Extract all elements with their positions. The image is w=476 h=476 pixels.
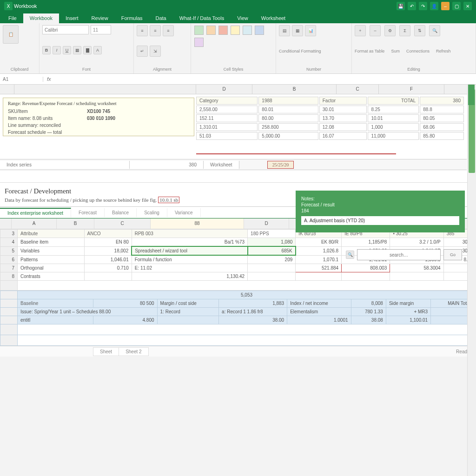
highlighted-value: 10.0.1 sb <box>158 197 179 203</box>
tab-worksheet[interactable]: Worksheet <box>255 13 292 23</box>
summary-table[interactable]: 5,053 Baseline 80 500 Margin / cost side… <box>0 291 476 346</box>
save-icon[interactable]: 💾 <box>397 2 405 10</box>
font-group-label: Font <box>42 67 131 72</box>
paste-icon[interactable]: 📋 <box>3 25 19 44</box>
search-go-button[interactable]: Go <box>443 249 462 260</box>
active-col-header[interactable]: 88 <box>151 218 244 229</box>
alignment-group-label: Alignment <box>137 67 188 72</box>
tool-label-3: Connections <box>406 49 430 53</box>
close-icon[interactable]: ✕ <box>463 2 472 10</box>
sect-tab-0[interactable]: Index enterprise worksheet <box>0 208 71 218</box>
red-outline-cell-2[interactable]: 808.003 <box>342 264 390 272</box>
find-icon[interactable]: 🔍 <box>429 25 440 36</box>
search-icon: 🔍 <box>346 251 354 259</box>
tab-view[interactable]: View <box>231 13 255 23</box>
redo-icon[interactable]: ↷ <box>419 2 427 10</box>
align-right-icon[interactable]: ≡ <box>163 25 174 36</box>
format-icon[interactable]: ⚙ <box>384 25 396 36</box>
align-left-icon[interactable]: ≡ <box>137 25 148 36</box>
title-bar: X Workbook 💾 ↶ ↷ 👤 – ▢ ✕ <box>0 0 476 12</box>
vertical-scrollbar[interactable] <box>467 85 476 476</box>
swatch-purple[interactable] <box>194 38 204 47</box>
tab-value[interactable]: 380 <box>130 161 204 169</box>
number-group-label: Number <box>279 67 349 72</box>
tool-label-1: Format as Table <box>355 49 384 53</box>
tool-label-4: Refresh <box>436 49 451 53</box>
font-color-icon[interactable]: A <box>93 46 102 54</box>
col-d[interactable]: D <box>196 85 252 94</box>
column-header-row: D B C F <box>0 85 476 94</box>
fx-icon[interactable]: fx <box>43 76 55 82</box>
cond-format-label: Conditional Formatting <box>279 49 321 53</box>
maximize-icon[interactable]: ▢ <box>452 2 461 10</box>
col-c[interactable]: C <box>337 85 379 94</box>
upper-data-table[interactable]: Category 1988 Factor TOTAL 380 2,558.008… <box>195 96 465 141</box>
tab-file[interactable]: File <box>2 13 23 23</box>
chart-icon[interactable]: 📊 <box>305 25 316 36</box>
ribbon-tab-strip: File Workbook Insert Review Formulas Dat… <box>0 12 476 23</box>
sheet-tab-2[interactable]: Sheet 2 <box>119 347 148 356</box>
highlighted-date-cell[interactable]: 25/25/20 <box>267 161 294 169</box>
upper-sheet-area[interactable]: D B C F Range: Revenue/Expense Forecast … <box>0 85 476 182</box>
align-center-icon[interactable]: ≡ <box>150 25 161 36</box>
selection-range-border <box>196 153 396 154</box>
cond-format-icon[interactable]: ▤ <box>279 25 290 36</box>
select-all-corner[interactable] <box>0 85 14 94</box>
tab-whatif[interactable]: What-If / Data Tools <box>173 13 231 23</box>
delete-cells-icon[interactable]: – <box>370 25 381 36</box>
tab-home[interactable]: Workbook <box>23 13 59 23</box>
search-input[interactable] <box>357 249 441 260</box>
insert-cells-icon[interactable]: + <box>355 25 366 36</box>
style-gallery[interactable] <box>194 25 273 47</box>
search-box: 🔍 Go <box>346 249 462 260</box>
fill-color-icon[interactable]: ▇ <box>83 46 92 54</box>
tab-review[interactable]: Review <box>85 13 115 23</box>
info-panel: Notes: Forecast / result 184 A. Adjustme… <box>296 191 465 232</box>
swatch-yellow[interactable] <box>231 26 240 35</box>
tab-index[interactable]: Index series <box>0 161 130 169</box>
font-name-input[interactable] <box>42 25 89 34</box>
name-box[interactable]: A1 <box>0 77 43 82</box>
undo-icon[interactable]: ↶ <box>408 2 416 10</box>
tab-worksheet[interactable]: Worksheet <box>204 161 239 169</box>
minimize-icon[interactable]: – <box>441 2 450 10</box>
red-outline-cell-1[interactable]: 521.884 <box>296 264 342 272</box>
sect-tab-3[interactable]: Scaling <box>137 208 167 217</box>
green-selection-cell-1[interactable]: Spreadsheet / wizard tool <box>132 246 247 255</box>
bold-icon[interactable]: B <box>42 46 51 54</box>
green-selection-cell-2[interactable]: 685K <box>248 246 296 255</box>
sheet-tab-1[interactable]: Sheet <box>93 347 119 356</box>
sect-tab-4[interactable]: Variance <box>167 208 201 217</box>
sheet-tab-strip: Sheet Sheet 2 Ready <box>0 346 476 357</box>
sort-icon[interactable]: ⇅ <box>414 25 425 36</box>
swatch-lightblue[interactable] <box>243 26 252 35</box>
italic-icon[interactable]: I <box>53 46 61 54</box>
tooltip-title: Range: Revenue/Expense Forecast / schedu… <box>3 98 194 108</box>
swatch-salmon[interactable] <box>218 26 228 35</box>
tab-data[interactable]: Data <box>149 13 173 23</box>
swatch-blue[interactable] <box>255 26 264 35</box>
autosum-icon[interactable]: Σ <box>399 25 410 36</box>
user-icon[interactable]: 👤 <box>430 2 438 10</box>
font-size-input[interactable] <box>91 25 111 34</box>
cell-tooltip: Range: Revenue/Expense Forecast / schedu… <box>3 98 194 136</box>
tool-label-2: Sum <box>391 49 400 53</box>
underline-icon[interactable]: U <box>63 46 71 54</box>
tab-formulas[interactable]: Formulas <box>115 13 149 23</box>
table-icon[interactable]: ▦ <box>292 25 303 36</box>
border-icon[interactable]: ▦ <box>73 46 81 54</box>
wrap-text-icon[interactable]: ↵ <box>137 46 148 57</box>
swatch-tan[interactable] <box>206 26 216 35</box>
green-column-marker <box>468 85 475 105</box>
col-b[interactable]: B <box>252 85 337 94</box>
tab-insert[interactable]: Insert <box>59 13 85 23</box>
swatch-green[interactable] <box>194 26 204 35</box>
sect-tab-2[interactable]: Balance <box>105 208 137 217</box>
embedded-sheet[interactable]: ABC 88 DEFG 3 Attribute ANCO RPB 003 180… <box>0 218 476 346</box>
sect-tab-1[interactable]: Forecast <box>71 208 105 217</box>
styles-group-label: Cell Styles <box>194 67 273 72</box>
editing-group-label: Editing <box>355 67 473 72</box>
col-f[interactable]: F <box>379 85 444 94</box>
window-title: Workbook <box>14 3 37 9</box>
merge-icon[interactable]: ⇲ <box>150 46 161 57</box>
